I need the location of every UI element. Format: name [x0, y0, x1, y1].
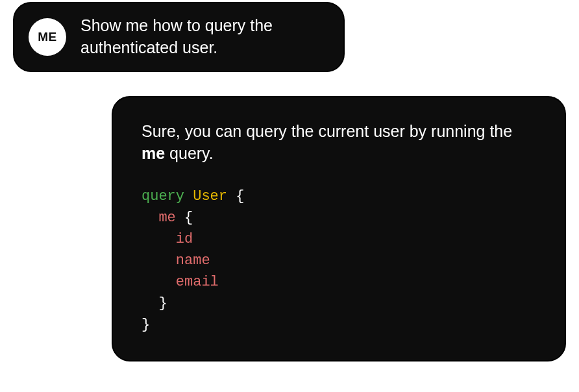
assistant-text-bold: me — [142, 144, 165, 162]
code-brace-open-inner: { — [184, 210, 193, 226]
assistant-message-bubble: Sure, you can query the current user by … — [112, 96, 566, 361]
code-field-me: me — [158, 210, 175, 226]
code-indent — [142, 231, 176, 247]
code-brace-close-inner: } — [158, 295, 167, 312]
code-field-email: email — [176, 274, 219, 290]
user-message-bubble: ME Show me how to query the authenticate… — [13, 2, 345, 72]
code-indent — [142, 295, 158, 312]
code-indent — [142, 210, 158, 226]
code-keyword: query — [142, 188, 184, 204]
code-brace-open: { — [236, 188, 244, 204]
code-field-name: name — [176, 252, 210, 269]
avatar-label: ME — [38, 30, 57, 44]
assistant-text-before: Sure, you can query the current user by … — [142, 122, 512, 140]
code-field-id: id — [176, 231, 193, 247]
code-operation-name: User — [193, 188, 227, 204]
assistant-text-after: query. — [165, 144, 214, 162]
code-indent — [142, 252, 176, 269]
assistant-message-text: Sure, you can query the current user by … — [142, 121, 536, 165]
code-brace-close: } — [142, 317, 150, 333]
user-message-text: Show me how to query the authenticated u… — [80, 15, 325, 59]
code-block: query User { me { id name email } } — [142, 186, 536, 336]
code-indent — [142, 274, 176, 290]
avatar: ME — [29, 18, 66, 56]
